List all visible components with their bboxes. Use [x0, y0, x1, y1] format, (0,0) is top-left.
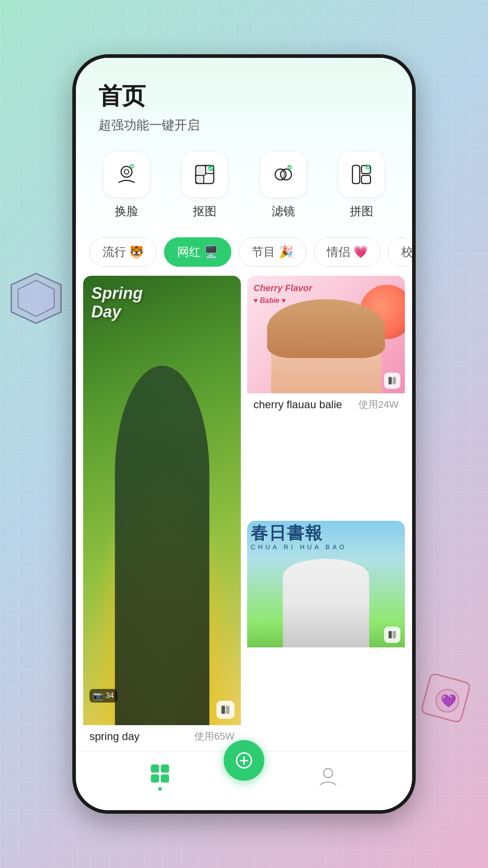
svg-rect-28 — [151, 774, 159, 783]
app-content: 首页 超强功能一键开启 换脸 — [76, 58, 412, 751]
svg-rect-23 — [393, 377, 396, 384]
svg-rect-2 — [421, 673, 470, 723]
matting-label: 抠图 — [193, 203, 216, 219]
chunri-subtitle: CHUA RI HUA BAO — [251, 543, 401, 551]
svg-point-5 — [121, 166, 132, 177]
feature-face-swap[interactable]: 换脸 — [89, 152, 164, 219]
filter-label: 滤镜 — [272, 203, 295, 219]
cherry-image: Cherry Flavor♥ Babie ♥ — [247, 276, 405, 393]
card-spring-day[interactable]: SpringDay 📷 34 spring day — [83, 276, 241, 747]
profile-icon — [317, 766, 339, 788]
svg-marker-0 — [11, 274, 61, 323]
spring-day-name: spring day — [89, 730, 140, 743]
compare-icon-1[interactable] — [216, 701, 235, 719]
chunri-image: 春日書報 CHUA RI HUA BAO — [247, 521, 405, 647]
cherry-footer: cherry flauau balie 使用24W — [247, 393, 405, 415]
svg-rect-21 — [226, 706, 230, 714]
face-swap-label: 换脸 — [115, 203, 138, 219]
svg-marker-1 — [18, 280, 54, 316]
filter-icon-wrap — [261, 152, 306, 197]
spring-day-text: SpringDay — [91, 284, 143, 321]
svg-rect-27 — [161, 764, 169, 773]
matting-icon — [193, 163, 216, 186]
content-area: SpringDay 📷 34 spring day — [76, 276, 412, 751]
spring-day-footer: spring day 使用65W — [83, 725, 241, 747]
svg-rect-26 — [151, 764, 159, 773]
svg-point-19 — [366, 165, 370, 170]
feature-filter[interactable]: 滤镜 — [246, 152, 320, 219]
spring-day-image: SpringDay 📷 34 — [83, 276, 241, 725]
face-swap-icon — [115, 163, 138, 186]
tab-show[interactable]: 节目 🎉 — [239, 237, 306, 267]
compare-icon-2[interactable] — [384, 373, 400, 389]
collage-icon-wrap — [339, 152, 384, 197]
filter-icon — [272, 163, 295, 186]
fab-button[interactable] — [224, 740, 264, 781]
feature-matting[interactable]: 抠图 — [168, 152, 242, 219]
collage-label: 拼图 — [350, 203, 373, 219]
svg-rect-16 — [352, 165, 360, 184]
feature-collage[interactable]: 拼图 — [325, 152, 399, 219]
svg-rect-24 — [389, 631, 392, 638]
collage-icon — [350, 163, 373, 186]
features-row: 换脸 抠图 — [76, 143, 412, 233]
svg-rect-18 — [361, 175, 371, 184]
chunri-title: 春日書報 — [251, 524, 401, 542]
svg-point-3 — [436, 689, 459, 712]
bottom-nav — [76, 751, 412, 810]
card-chunri[interactable]: 春日書報 CHUA RI HUA BAO — [247, 521, 405, 747]
svg-text:💜: 💜 — [441, 693, 456, 708]
cherry-name: cherry flauau balie — [253, 398, 342, 411]
tab-couple[interactable]: 情侣 💗 — [314, 237, 381, 267]
card-cherry[interactable]: Cherry Flavor♥ Babie ♥ cherry flauau bal… — [247, 276, 405, 514]
svg-rect-29 — [161, 774, 169, 783]
svg-point-15 — [287, 165, 292, 170]
page-subtitle: 超强功能一键开启 — [99, 117, 389, 134]
content-grid: SpringDay 📷 34 spring day — [83, 276, 405, 747]
compare-icon-3[interactable] — [384, 627, 400, 643]
nav-home[interactable] — [149, 763, 171, 791]
svg-rect-20 — [221, 706, 225, 714]
face-swap-icon-wrap — [104, 152, 149, 197]
tab-popular[interactable]: 流行 🐯 — [89, 237, 157, 267]
phone-frame: 首页 超强功能一键开启 换脸 — [72, 54, 416, 814]
svg-rect-25 — [393, 631, 396, 638]
svg-rect-11 — [196, 175, 204, 184]
svg-point-6 — [124, 170, 129, 174]
matting-icon-wrap — [182, 152, 227, 197]
spring-day-usage: 使用65W — [194, 730, 235, 743]
nav-profile[interactable] — [317, 766, 339, 788]
svg-point-30 — [324, 769, 333, 778]
home-active-dot — [158, 787, 162, 791]
svg-rect-9 — [196, 165, 206, 175]
tab-more[interactable]: 校 — [388, 237, 412, 267]
home-grid-icon — [149, 763, 171, 784]
header: 首页 超强功能一键开启 — [76, 58, 412, 143]
svg-rect-22 — [389, 377, 392, 384]
tab-influencer[interactable]: 网红 🖥️ — [164, 237, 231, 267]
cherry-usage: 使用24W — [358, 398, 399, 411]
page-title: 首页 — [99, 80, 389, 112]
category-tabs: 流行 🐯 网红 🖥️ 节目 🎉 情侣 💗 校 — [76, 233, 412, 276]
